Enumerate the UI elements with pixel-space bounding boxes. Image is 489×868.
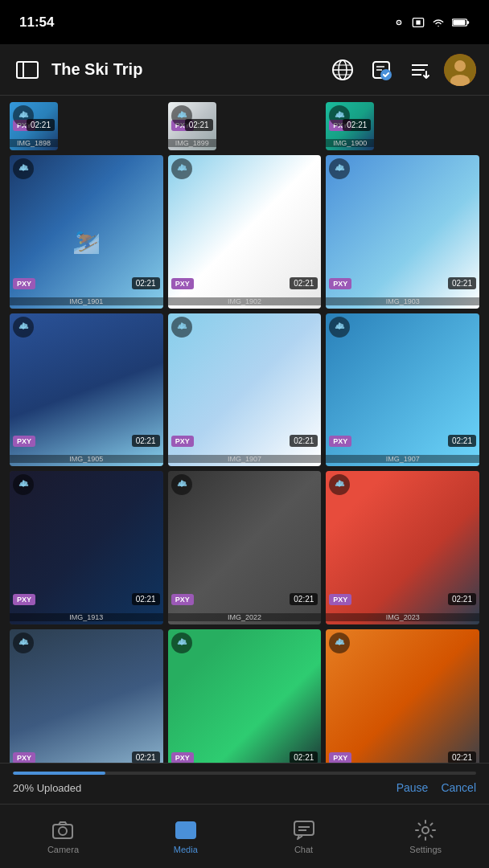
chat-nav-label: Chat (294, 845, 313, 854)
sidebar-toggle-button[interactable] (13, 55, 42, 84)
upload-progress-fill (13, 772, 105, 775)
svg-point-29 (422, 827, 429, 833)
upload-percent-text: 20% Uploaded (13, 782, 81, 794)
duration-badge: 02:21 (343, 119, 371, 131)
list-item[interactable]: PXY 02:21 IMG_2023 (326, 471, 479, 624)
duration-badge: 02:21 (290, 751, 318, 763)
upload-cloud-icon (171, 633, 192, 653)
settings-nav-label: Settings (409, 845, 442, 854)
upload-cloud-icon (13, 158, 34, 179)
ai-button[interactable] (328, 55, 357, 84)
record-icon (412, 16, 425, 29)
camera-icon (51, 819, 74, 841)
svg-rect-6 (453, 20, 465, 25)
svg-point-20 (454, 60, 466, 72)
header-actions (328, 54, 476, 86)
sidebar-icon (16, 61, 39, 79)
svg-rect-26 (294, 821, 314, 835)
duration-badge: 02:21 (132, 593, 160, 605)
file-name: IMG_2022 (168, 613, 322, 621)
file-name: IMG_1913 (10, 613, 163, 621)
sidebar-item-camera[interactable]: Camera (31, 813, 95, 861)
upload-cloud-icon (171, 474, 192, 495)
duration-badge: 02:21 (132, 435, 160, 447)
file-name: IMG_1898 (10, 139, 58, 147)
sidebar-item-media[interactable]: Media (158, 813, 214, 861)
duration-badge: 02:21 (27, 119, 55, 131)
pxy-badge: PXY (329, 752, 351, 763)
upload-progress-section: 20% Uploaded Pause Cancel (0, 763, 489, 804)
list-item[interactable]: PXY 02:21 IMG_1913 (10, 471, 163, 624)
duration-badge: 02:21 (448, 593, 476, 605)
list-item[interactable]: PXY 02:21 IMG_1907 (326, 313, 479, 467)
pxy-badge: PXY (171, 752, 194, 763)
pxy-badge: PXY (13, 436, 35, 447)
file-name: IMG_1899 (168, 139, 216, 147)
file-name: IMG_1903 (326, 297, 479, 305)
duration-badge: 02:21 (132, 277, 160, 289)
upload-cloud-icon (13, 317, 34, 338)
upload-progress-footer: 20% Uploaded Pause Cancel (13, 781, 476, 794)
status-time: 11:54 (19, 14, 54, 31)
checklist-icon (370, 59, 392, 81)
duration-badge: 02:21 (290, 277, 318, 289)
duration-badge: 02:21 (185, 119, 213, 131)
chat-icon (293, 819, 315, 841)
sidebar-item-chat[interactable]: Chat (277, 813, 331, 861)
list-item[interactable]: PXY 02:21 IMG_2022 (168, 471, 322, 624)
file-name: IMG_1901 (10, 297, 163, 305)
pxy-badge: PXY (171, 436, 194, 447)
sort-button[interactable] (405, 55, 434, 84)
upload-progress-bar-container (13, 772, 476, 775)
sort-icon (409, 59, 431, 81)
header: The Ski Trip (0, 44, 489, 96)
pxy-badge: PXY (329, 278, 351, 289)
pxy-badge: PXY (13, 752, 35, 763)
file-name: IMG_1905 (10, 455, 163, 463)
pxy-badge: PXY (13, 278, 35, 289)
status-icons (392, 16, 470, 29)
media-nav-label: Media (174, 845, 198, 854)
project-title: The Ski Trip (51, 60, 318, 79)
list-item[interactable]: PXY 02:21 IMG_1903 (326, 155, 479, 309)
upload-cloud-icon (171, 317, 192, 338)
pxy-badge: PXY (171, 278, 194, 289)
checklist-button[interactable] (367, 55, 396, 84)
pxy-badge: PXY (13, 594, 35, 605)
media-icon (175, 819, 197, 841)
status-bar: 11:54 (0, 0, 489, 44)
battery-icon (452, 18, 470, 27)
list-item[interactable]: PXY 02:21 IMG_2024 (10, 629, 163, 763)
upload-cloud-icon (329, 317, 350, 338)
pause-button[interactable]: Pause (397, 781, 429, 794)
app-container: The Ski Trip (0, 44, 489, 868)
list-item[interactable]: PXY 02:21 IMG_1899 (168, 102, 216, 150)
user-avatar[interactable] (444, 54, 476, 86)
cancel-button[interactable]: Cancel (441, 781, 476, 794)
sidebar-item-settings[interactable]: Settings (393, 813, 458, 861)
duration-badge: 02:21 (290, 435, 318, 447)
globe-icon (331, 59, 354, 81)
list-item[interactable]: PXY 02:21 IMG_2025 (168, 629, 322, 763)
duration-badge: 02:21 (448, 277, 476, 289)
wifi-icon (431, 17, 446, 28)
list-item[interactable]: PXY 02:21 IMG_1902 (168, 155, 322, 309)
svg-point-23 (59, 827, 67, 835)
bottom-nav: Camera Media Chat Setti (0, 804, 489, 868)
duration-badge: 02:21 (448, 751, 476, 763)
pxy-badge: PXY (329, 436, 351, 447)
duration-badge: 02:21 (290, 593, 318, 605)
list-item[interactable]: PXY 02:21 IMG_1907 (168, 313, 322, 467)
list-item[interactable]: ⛷️ PXY 02:21 IMG_1901 (10, 155, 163, 309)
duration-badge: 02:21 (448, 435, 476, 447)
content-scroll[interactable]: PXY 02:21 IMG_1898 PXY 02:21 IMG_1899 (0, 96, 489, 763)
location-icon (392, 16, 405, 29)
file-name: IMG_1907 (168, 455, 322, 463)
list-item[interactable]: PXY 02:21 IMG_1898 (10, 102, 58, 150)
file-name: IMG_2023 (326, 613, 479, 621)
upload-cloud-icon (13, 633, 34, 653)
upload-actions: Pause Cancel (397, 781, 476, 794)
list-item[interactable]: PXY 02:21 IMG_1900 (326, 102, 374, 150)
list-item[interactable]: PXY 02:21 IMG_1905 (10, 313, 163, 467)
list-item[interactable]: PXY 02:21 IMG_2026 (326, 629, 479, 763)
